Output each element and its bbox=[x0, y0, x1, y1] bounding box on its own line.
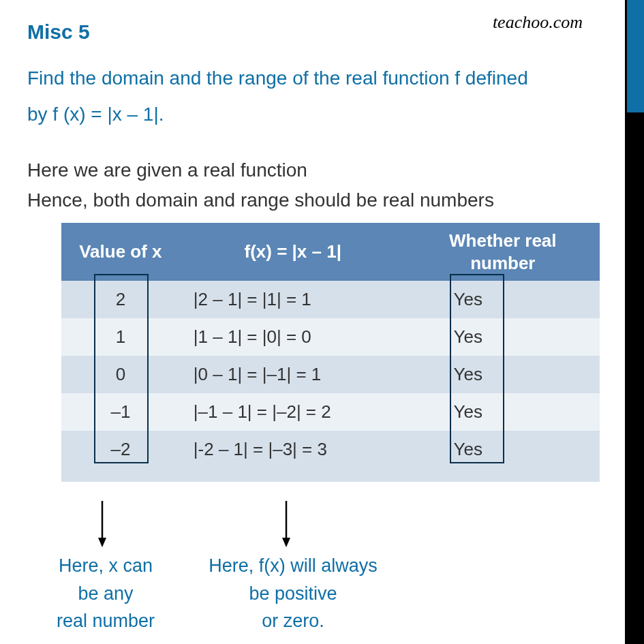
question-line-2: by f (x) = |x – 1|. bbox=[27, 104, 164, 125]
header-whether-real: Whether real number bbox=[406, 223, 600, 281]
header-fx: f(x) = |x – 1| bbox=[180, 223, 406, 281]
cell-x: 1 bbox=[61, 318, 180, 356]
cell-x: –1 bbox=[61, 393, 180, 431]
question-line-1: Find the domain and the range of the rea… bbox=[27, 67, 528, 89]
value-table-wrap: Value of x f(x) = |x – 1| Whether real n… bbox=[61, 223, 600, 482]
cell-real: Yes bbox=[406, 318, 600, 356]
cell-x: –2 bbox=[61, 431, 180, 468]
question-text: Find the domain and the range of the rea… bbox=[27, 60, 596, 132]
anno-x-l3: real number bbox=[57, 611, 155, 631]
cell-fx: |-2 – 1| = |–3| = 3 bbox=[180, 431, 406, 468]
cell-x: 0 bbox=[61, 356, 180, 393]
value-table: Value of x f(x) = |x – 1| Whether real n… bbox=[61, 223, 600, 482]
table-row: 1 |1 – 1| = |0| = 0 Yes bbox=[61, 318, 600, 356]
table-row: 2 |2 – 1| = |1| = 1 Yes bbox=[61, 281, 600, 318]
intro-text: Here we are given a real function Hence,… bbox=[27, 155, 596, 215]
cell-real: Yes bbox=[406, 393, 600, 431]
arrow-fx-column bbox=[279, 501, 293, 549]
arrow-x-column bbox=[95, 501, 109, 549]
cell-fx: |2 – 1| = |1| = 1 bbox=[180, 281, 406, 318]
anno-x-l2: be any bbox=[78, 583, 133, 604]
sidebar-bottom bbox=[625, 112, 644, 644]
annotation-fx: Here, f(x) will always be positive or ze… bbox=[191, 552, 395, 635]
anno-x-l1: Here, x can bbox=[59, 555, 153, 576]
cell-fx: |1 – 1| = |0| = 0 bbox=[180, 318, 406, 356]
svg-marker-1 bbox=[98, 538, 106, 547]
sidebar-accent bbox=[625, 0, 644, 644]
anno-fx-l3: or zero. bbox=[262, 611, 324, 631]
intro-line-1: Here we are given a real function bbox=[27, 159, 307, 181]
header-value-of-x: Value of x bbox=[61, 223, 180, 281]
table-row: –1 |–1 – 1| = |–2| = 2 Yes bbox=[61, 393, 600, 431]
table-header-row: Value of x f(x) = |x – 1| Whether real n… bbox=[61, 223, 600, 281]
svg-marker-3 bbox=[282, 538, 290, 547]
header-whether-real-b: number bbox=[470, 253, 535, 273]
cell-real: Yes bbox=[406, 356, 600, 393]
page-content: teachoo.com Misc 5 Find the domain and t… bbox=[0, 0, 624, 644]
watermark: teachoo.com bbox=[493, 12, 583, 33]
header-whether-real-a: Whether real bbox=[449, 230, 557, 251]
table-row: –2 |-2 – 1| = |–3| = 3 Yes bbox=[61, 431, 600, 468]
cell-fx: |–1 – 1| = |–2| = 2 bbox=[180, 393, 406, 431]
annotation-x: Here, x can be any real number bbox=[27, 552, 184, 635]
cell-x: 2 bbox=[61, 281, 180, 318]
anno-fx-l2: be positive bbox=[249, 583, 337, 604]
table-tail bbox=[61, 468, 600, 482]
cell-fx: |0 – 1| = |–1| = 1 bbox=[180, 356, 406, 393]
cell-real: Yes bbox=[406, 281, 600, 318]
intro-line-2: Hence, both domain and range should be r… bbox=[27, 189, 494, 211]
table-row: 0 |0 – 1| = |–1| = 1 Yes bbox=[61, 356, 600, 393]
cell-real: Yes bbox=[406, 431, 600, 468]
anno-fx-l1: Here, f(x) will always bbox=[209, 555, 378, 576]
sidebar-top bbox=[625, 0, 644, 112]
